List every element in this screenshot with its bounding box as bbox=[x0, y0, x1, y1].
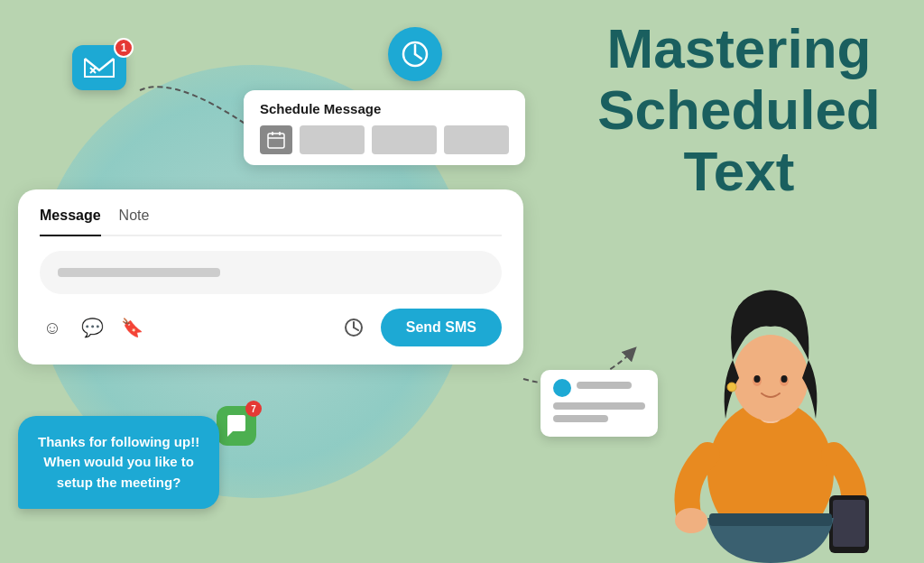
sms-icon: 7 bbox=[217, 406, 256, 446]
svg-point-20 bbox=[727, 383, 736, 392]
clock-icon bbox=[388, 27, 442, 81]
svg-rect-25 bbox=[709, 513, 832, 526]
message-tabs: Message Note bbox=[40, 208, 502, 236]
schedule-popup: Schedule Message bbox=[244, 90, 525, 165]
main-title-section: Mastering Scheduled Text bbox=[581, 18, 897, 203]
email-icon-container: 1 bbox=[72, 45, 135, 104]
message-toolbar: ☺ 💬 🔖 Send SMS bbox=[40, 309, 502, 346]
svg-point-18 bbox=[754, 375, 761, 383]
svg-line-5 bbox=[415, 54, 421, 59]
message-bubble: Thanks for following up!!When would you … bbox=[18, 416, 219, 510]
message-input-area[interactable] bbox=[40, 251, 502, 294]
notif-line-1 bbox=[553, 402, 645, 410]
main-title: Mastering Scheduled Text bbox=[581, 18, 897, 203]
bookmark-icon[interactable]: 🔖 bbox=[119, 315, 144, 340]
phone-notification-card bbox=[541, 370, 658, 437]
schedule-popup-inputs bbox=[260, 125, 509, 154]
tab-message[interactable]: Message bbox=[40, 208, 101, 236]
sms-icon-container: 7 bbox=[217, 406, 256, 446]
title-line3: Text bbox=[581, 141, 897, 202]
calendar-icon bbox=[260, 125, 292, 154]
svg-rect-6 bbox=[268, 134, 284, 148]
woman-figure bbox=[644, 220, 897, 563]
title-line1: Mastering bbox=[581, 18, 897, 79]
send-sms-button[interactable]: Send SMS bbox=[381, 309, 502, 346]
tab-note[interactable]: Note bbox=[119, 208, 150, 227]
schedule-input-2 bbox=[372, 125, 437, 154]
input-placeholder bbox=[58, 268, 220, 277]
schedule-input-3 bbox=[444, 125, 509, 154]
svg-line-12 bbox=[354, 328, 358, 330]
svg-point-21 bbox=[675, 508, 707, 533]
email-notification-badge: 1 bbox=[114, 38, 134, 58]
message-bubble-text: Thanks for following up!!When would you … bbox=[38, 434, 199, 490]
svg-point-15 bbox=[733, 335, 808, 421]
emoji-icon[interactable]: ☺ bbox=[40, 315, 65, 340]
svg-point-19 bbox=[781, 375, 788, 383]
email-icon: 1 bbox=[72, 45, 126, 90]
schedule-input-1 bbox=[300, 125, 365, 154]
title-line2: Scheduled bbox=[581, 79, 897, 141]
schedule-popup-title: Schedule Message bbox=[260, 101, 509, 116]
chat-icon[interactable]: 💬 bbox=[79, 315, 105, 340]
message-card: Message Note ☺ 💬 🔖 Send SMS bbox=[18, 189, 523, 365]
sms-notification-badge: 7 bbox=[245, 401, 262, 417]
clock-toolbar-icon[interactable] bbox=[341, 315, 366, 340]
notif-icon bbox=[553, 379, 571, 397]
svg-rect-24 bbox=[833, 500, 865, 547]
clock-icon-container bbox=[388, 27, 442, 81]
notif-line-2 bbox=[553, 415, 608, 422]
